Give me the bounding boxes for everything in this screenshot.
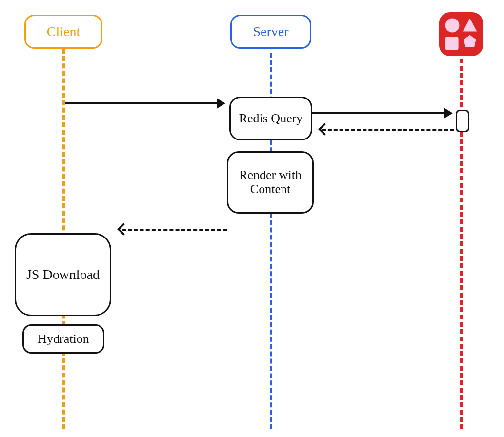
- msg-server-to-redis: [312, 112, 444, 114]
- box-redis-query: Redis Query: [229, 97, 312, 140]
- msg-server-to-client: [122, 229, 227, 231]
- lane-client-label: Client: [47, 24, 80, 40]
- box-js-download: JS Download: [15, 233, 111, 316]
- lane-redis-icon: [439, 12, 483, 56]
- svg-marker-3: [464, 35, 476, 47]
- box-hydration-text: Hydration: [38, 332, 89, 346]
- arrowhead-open-icon: [318, 123, 330, 135]
- box-hydration: Hydration: [22, 324, 104, 354]
- box-js-download-text: JS Download: [26, 267, 100, 282]
- msg-redis-to-server: [322, 129, 454, 131]
- box-render: Render with Content: [227, 151, 314, 214]
- svg-point-0: [445, 19, 460, 33]
- svg-marker-1: [463, 19, 477, 32]
- msg-client-to-server: [65, 102, 217, 104]
- lane-server: Server: [230, 15, 311, 49]
- box-render-text: Render with Content: [233, 168, 307, 196]
- arrowhead-icon: [444, 108, 453, 119]
- lane-server-label: Server: [253, 24, 288, 40]
- arrowhead-open-icon: [117, 223, 129, 235]
- lane-client: Client: [24, 15, 102, 49]
- svg-rect-2: [445, 37, 459, 50]
- arrowhead-icon: [217, 98, 225, 109]
- redis-activity: [456, 110, 469, 132]
- box-redis-query-text: Redis Query: [239, 112, 303, 126]
